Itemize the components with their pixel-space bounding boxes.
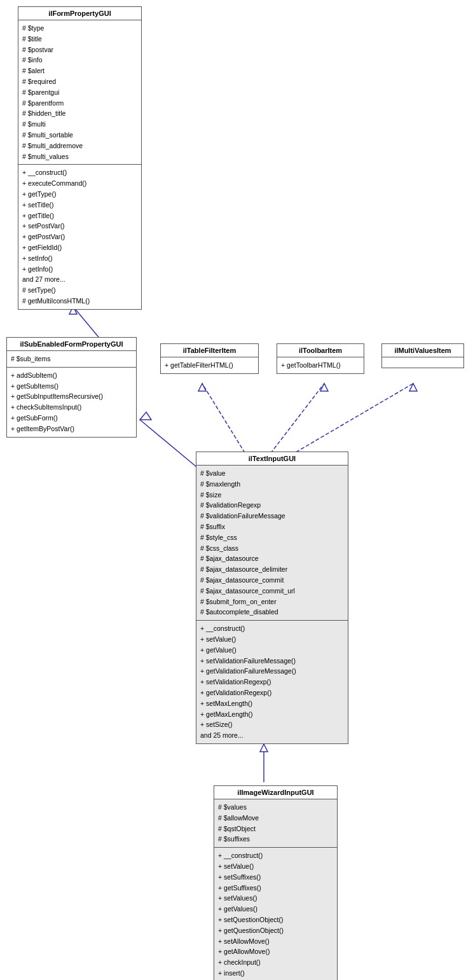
- title-ilImageWizardInputGUI: ilImageWizardInputGUI: [214, 786, 337, 799]
- impl-arrowhead-toolbar: [320, 383, 328, 391]
- title-ilFormPropertyGUI: ilFormPropertyGUI: [18, 7, 141, 20]
- uml-diagram: ilFormPropertyGUI # $type # $title # $po…: [0, 0, 473, 980]
- box-ilToolbarItem: ilToolbarItem + getToolbarHTML(): [277, 343, 364, 374]
- title-ilSubEnabledFormPropertyGUI: ilSubEnabledFormPropertyGUI: [7, 338, 136, 351]
- impl-arrowhead-tablefilter: [198, 383, 206, 391]
- attrs-ilMultiValuesItem: [382, 357, 463, 368]
- impl-arrowhead-multivalues: [409, 383, 417, 391]
- title-ilTextInputGUI: ilTextInputGUI: [196, 452, 348, 466]
- box-ilTableFilterItem: ilTableFilterItem + getTableFilterHTML(): [160, 343, 259, 374]
- title-ilToolbarItem: ilToolbarItem: [277, 344, 364, 357]
- attributes-ilTextInputGUI: # $value # $maxlength # $size # $validat…: [196, 466, 348, 621]
- impl-arrow-tablefilter: [202, 383, 248, 458]
- box-ilTextInputGUI: ilTextInputGUI # $value # $maxlength # $…: [196, 452, 348, 744]
- methods-ilTextInputGUI: + __construct() + setValue() + getValue(…: [196, 621, 348, 743]
- box-ilImageWizardInputGUI: ilImageWizardInputGUI # $values # $allow…: [214, 785, 338, 980]
- methods-ilSubEnabledFormPropertyGUI: + addSubItem() + getSubItems() + getSubI…: [7, 368, 136, 437]
- attributes-ilFormPropertyGUI: # $type # $title # $postvar # $info # $a…: [18, 20, 141, 165]
- impl-arrow-toolbar: [267, 383, 324, 458]
- methods-ilFormPropertyGUI: + __construct() + executeCommand() + get…: [18, 165, 141, 308]
- title-ilTableFilterItem: ilTableFilterItem: [161, 344, 258, 357]
- attributes-ilImageWizardInputGUI: # $values # $allowMove # $qstObject # $s…: [214, 799, 337, 848]
- methods-ilToolbarItem: + getToolbarHTML(): [277, 357, 364, 373]
- inherit-arrowhead-wizard-text: [260, 744, 268, 752]
- methods-ilTableFilterItem: + getTableFilterHTML(): [161, 357, 258, 373]
- impl-arrow-multivalues: [286, 383, 413, 458]
- methods-ilImageWizardInputGUI: + __construct() + setValue() + setSuffix…: [214, 848, 337, 980]
- inherit-arrowhead-text-sub: [140, 412, 151, 420]
- box-ilFormPropertyGUI: ilFormPropertyGUI # $type # $title # $po…: [18, 6, 142, 310]
- box-ilMultiValuesItem: ilMultiValuesItem: [381, 343, 464, 368]
- box-ilSubEnabledFormPropertyGUI: ilSubEnabledFormPropertyGUI # $sub_items…: [6, 337, 137, 438]
- attributes-ilSubEnabledFormPropertyGUI: # $sub_items: [7, 351, 136, 368]
- title-ilMultiValuesItem: ilMultiValuesItem: [382, 344, 463, 357]
- inherit-arrow-sub-form: [73, 307, 99, 337]
